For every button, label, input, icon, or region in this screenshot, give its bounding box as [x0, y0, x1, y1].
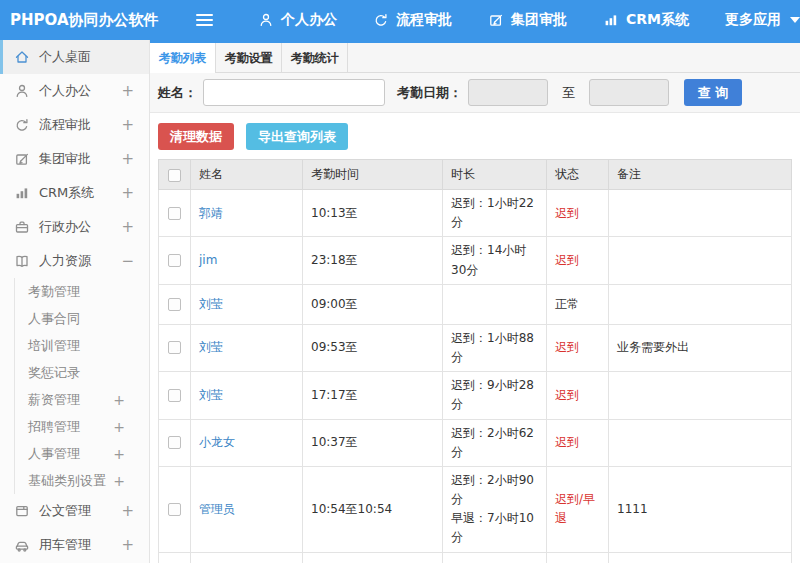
table-row: jim23:18至迟到：14小时30分迟到: [159, 237, 792, 284]
row-checkbox[interactable]: [168, 254, 181, 267]
export-list-button[interactable]: 导出查询列表: [246, 123, 348, 150]
topnav-item[interactable]: 流程审批: [373, 11, 452, 29]
employee-name-link[interactable]: 小龙女: [199, 435, 235, 449]
sidebar-item-label: 人力资源: [39, 252, 91, 270]
sidebar-item-label: 流程审批: [39, 116, 91, 134]
status-badge: 迟到: [555, 253, 579, 267]
status-badge: 迟到/早退: [555, 492, 595, 525]
cell-duration: [443, 284, 547, 324]
sidebar-subitem-label: 薪资管理: [28, 391, 80, 409]
tab-item[interactable]: 考勤统计: [282, 43, 348, 72]
employee-name-link[interactable]: 郭靖: [199, 206, 223, 220]
row-checkbox[interactable]: [168, 341, 181, 354]
sidebar-item[interactable]: 个人办公+: [0, 74, 149, 108]
name-input[interactable]: [203, 79, 385, 106]
cell-name: 郭靖: [191, 190, 303, 237]
sidebar-item[interactable]: 行政办公+: [0, 210, 149, 244]
row-checkbox-cell: [159, 324, 191, 371]
sidebar-subitem[interactable]: 招聘管理+: [15, 413, 149, 440]
sidebar-subitem-label: 奖惩记录: [28, 364, 80, 382]
expand-toggle[interactable]: +: [121, 184, 134, 202]
cell-duration: 迟到：9小时28分: [443, 372, 547, 419]
sidebar-item[interactable]: 人力资源−: [0, 244, 149, 278]
row-checkbox[interactable]: [168, 389, 181, 402]
cell-time: 23:18至: [303, 237, 443, 284]
cell-remark: [609, 419, 792, 466]
table-header-row: 姓名考勤时间时长状态备注: [159, 160, 792, 190]
expand-toggle[interactable]: +: [113, 392, 125, 408]
expand-toggle[interactable]: +: [121, 502, 134, 520]
expand-toggle[interactable]: −: [121, 252, 134, 270]
expand-toggle[interactable]: +: [121, 536, 134, 554]
employee-name-link[interactable]: 刘莹: [199, 388, 223, 402]
employee-name-link[interactable]: 管理员: [199, 502, 235, 516]
row-checkbox[interactable]: [168, 298, 181, 311]
row-checkbox[interactable]: [168, 436, 181, 449]
sidebar-subitem[interactable]: 培训管理: [15, 332, 149, 359]
sidebar-subitem[interactable]: 基础类别设置+: [15, 467, 149, 494]
topnav-item[interactable]: CRM系统: [603, 11, 689, 29]
topnav-item[interactable]: 个人办公: [258, 11, 337, 29]
top-navbar: PHPOA协同办公软件 个人办公流程审批集团审批CRM系统更多应用: [0, 0, 800, 40]
duration-line: 迟到：9小时28分: [451, 376, 538, 414]
row-checkbox[interactable]: [168, 503, 181, 516]
date-from-input[interactable]: [468, 79, 548, 106]
expand-toggle[interactable]: +: [113, 419, 125, 435]
cell-duration: 迟到：2小时62分: [443, 419, 547, 466]
tab-item[interactable]: 考勤设置: [216, 43, 282, 72]
status-badge: 迟到: [555, 206, 579, 220]
date-to-input[interactable]: [589, 79, 669, 106]
table-row: 刘莹09:53至迟到：1小时88分迟到业务需要外出: [159, 324, 792, 371]
sidebar-item-label: 行政办公: [39, 218, 91, 236]
expand-toggle[interactable]: +: [121, 218, 134, 236]
sidebar-subitem-label: 人事管理: [28, 445, 80, 463]
sidebar-item[interactable]: 集团审批+: [0, 142, 149, 176]
sidebar-item[interactable]: 流程审批+: [0, 108, 149, 142]
topnav-item[interactable]: 集团审批: [488, 11, 567, 29]
expand-toggle[interactable]: +: [113, 446, 125, 462]
process-icon: [373, 12, 389, 28]
sidebar-subitem[interactable]: 考勤管理: [15, 278, 149, 305]
expand-toggle[interactable]: +: [121, 82, 134, 100]
query-button[interactable]: 查 询: [684, 79, 742, 106]
chart-icon: [14, 185, 30, 201]
expand-toggle[interactable]: +: [121, 150, 134, 168]
sidebar: 个人桌面个人办公+流程审批+集团审批+CRM系统+行政办公+人力资源−考勤管理人…: [0, 40, 150, 563]
search-form: 姓名： 考勤日期： 至 查 询: [150, 73, 800, 113]
cell-time: 09:00至: [303, 284, 443, 324]
employee-name-link[interactable]: 刘莹: [199, 297, 223, 311]
topnav-item-label: 集团审批: [511, 11, 567, 29]
table-row: 刘莹09:00至正常: [159, 284, 792, 324]
table-row: 小龙女10:37至迟到：2小时62分迟到: [159, 419, 792, 466]
topnav-item-label: CRM系统: [626, 11, 689, 29]
row-checkbox[interactable]: [168, 207, 181, 220]
sidebar-subitem[interactable]: 奖惩记录: [15, 359, 149, 386]
sidebar-subitem-label: 基础类别设置: [28, 472, 106, 490]
sidebar-item[interactable]: 公文管理+: [0, 494, 149, 528]
cell-time: 10:54至10:54: [303, 466, 443, 552]
sidebar-item-label: 个人办公: [39, 82, 91, 100]
employee-name-link[interactable]: jim: [199, 253, 217, 267]
sidebar-subitem[interactable]: 人事合同: [15, 305, 149, 332]
menu-toggle-icon[interactable]: [196, 11, 216, 29]
cell-time: 08:56至: [303, 552, 443, 563]
name-label: 姓名：: [158, 84, 197, 102]
tab-item[interactable]: 考勤列表: [150, 43, 216, 74]
duration-line: 迟到：2小时90分: [451, 471, 538, 509]
sidebar-submenu: 考勤管理人事合同培训管理奖惩记录薪资管理+招聘管理+人事管理+基础类别设置+: [14, 278, 149, 494]
cell-name: jim: [191, 237, 303, 284]
sidebar-subitem[interactable]: 人事管理+: [15, 440, 149, 467]
expand-toggle[interactable]: +: [113, 473, 125, 489]
employee-name-link[interactable]: 刘莹: [199, 340, 223, 354]
sidebar-item[interactable]: 个人桌面: [0, 40, 149, 74]
date-label: 考勤日期：: [397, 84, 462, 102]
sidebar-item[interactable]: 用车管理+: [0, 528, 149, 562]
expand-toggle[interactable]: +: [121, 116, 134, 134]
clean-data-button[interactable]: 清理数据: [158, 123, 234, 150]
select-all-checkbox[interactable]: [168, 169, 181, 182]
sidebar-item[interactable]: CRM系统+: [0, 176, 149, 210]
topnav-item-label: 个人办公: [281, 11, 337, 29]
sidebar-subitem[interactable]: 薪资管理+: [15, 386, 149, 413]
top-nav-menu: 个人办公流程审批集团审批CRM系统更多应用: [258, 11, 800, 29]
topnav-item[interactable]: 更多应用: [725, 11, 800, 29]
